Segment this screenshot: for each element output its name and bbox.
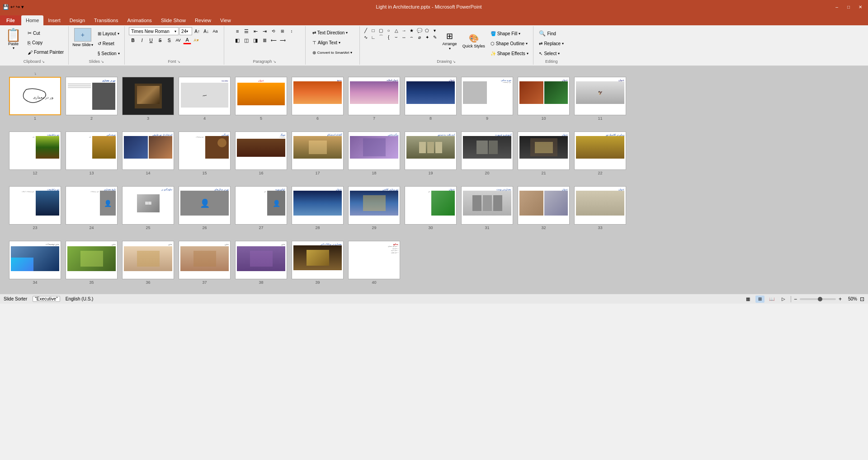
shape-pentagon[interactable]: ⬠ — [424, 27, 430, 33]
slide-thumb-25[interactable]: تداوم گدو بر ⬜⬜ — [122, 186, 174, 225]
slide-thumb-28[interactable]: عنوان — [292, 186, 344, 225]
slide-thumb-24[interactable]: تاریخ معماری 👤 متن توضیحات — [66, 186, 118, 225]
align-center-button[interactable]: ◫ — [242, 36, 250, 44]
find-button[interactable]: 🔍 Find — [537, 29, 557, 38]
slide-thumb-22[interactable]: زیبایی در کلاسیک نور — [574, 131, 626, 170]
slide-thumb-2[interactable]: نور در معماری — [66, 77, 118, 115]
slide-thumb-27[interactable]: لوکوربوزیه 👤 متن — [235, 186, 287, 225]
quick-styles-button[interactable]: 🎨 Quick Styles — [461, 28, 487, 53]
justify-button[interactable]: ≣ — [260, 36, 269, 44]
tab-file[interactable]: File — [0, 15, 21, 25]
slide-thumb-36[interactable]: متن — [122, 241, 174, 279]
text-direction-button[interactable]: ⇄ Text Direction ▾ — [311, 28, 350, 37]
slide-thumb-26[interactable]: نور در سال‌های 👤 — [179, 186, 231, 225]
slide-thumb-29[interactable]: نور پردازی کلاشی — [348, 186, 400, 225]
shape-arrow[interactable]: → — [401, 27, 407, 33]
shape-curve[interactable]: ∿ — [363, 34, 369, 40]
decrease-font-button[interactable]: A↓ — [202, 27, 210, 35]
slide-thumb-13[interactable]: نورشناس متن — [66, 131, 118, 170]
close-button[interactable]: ✕ — [854, 2, 866, 11]
slide-thumb-32[interactable]: عنوان — [518, 186, 570, 225]
highlight-button[interactable]: A▾ — [192, 36, 200, 44]
slide-thumb-37[interactable]: متن — [179, 241, 231, 279]
italic-button[interactable]: I — [138, 36, 146, 44]
shadow-button[interactable]: S — [165, 36, 173, 44]
shape-rounded-rect[interactable]: ▢ — [378, 27, 384, 33]
tab-view[interactable]: View — [216, 15, 236, 25]
zoom-level[interactable]: 50% — [844, 296, 857, 301]
clear-format-button[interactable]: Aa — [211, 27, 219, 35]
decrease-indent-button[interactable]: ⇤ — [251, 27, 259, 35]
smartart-button[interactable]: ⟲ — [269, 27, 278, 35]
new-slide-button[interactable]: + New Slide ▾ — [71, 27, 94, 48]
align-left-button[interactable]: ◧ — [233, 36, 241, 44]
redo-button[interactable]: ↪ — [16, 4, 20, 10]
paragraph-expand-icon[interactable]: ↘ — [273, 60, 276, 64]
fit-button[interactable]: ⊡ — [860, 296, 864, 302]
slides-expand-icon[interactable]: ↘ — [101, 60, 104, 64]
shape-tri[interactable]: △ — [393, 27, 400, 33]
save-button[interactable]: 💾 — [3, 4, 9, 10]
arrange-button[interactable]: ⊞ Arrange ▾ — [441, 28, 459, 53]
tab-transitions[interactable]: Transitions — [90, 15, 123, 25]
shape-callout[interactable]: 💬 — [416, 27, 423, 33]
slide-thumb-15[interactable]: دورنگین متن توضیحات — [179, 131, 231, 170]
shape-freeform[interactable]: ✦ — [424, 34, 430, 40]
slide-thumb-4[interactable]: مقدمه تصویر — [179, 77, 231, 115]
tab-home[interactable]: Home — [21, 15, 43, 25]
slide-thumb-18[interactable]: پرگنده فنی — [348, 131, 400, 170]
slide-thumb-21[interactable]: عنوان — [518, 131, 570, 170]
clipboard-expand-icon[interactable]: ↘ — [42, 60, 45, 64]
shape-curve2[interactable]: ⌢ — [409, 34, 415, 40]
slide-thumb-14[interactable]: استفاده از نور طبیعی — [122, 131, 174, 170]
slide-thumb-19[interactable]: کبه یافت به دستور — [405, 131, 457, 170]
reading-view-button[interactable]: 📖 — [767, 296, 776, 303]
shape-more[interactable]: ▾ — [432, 27, 438, 33]
ltr-button[interactable]: ⟶ — [278, 36, 287, 44]
slide-thumb-23[interactable]: نور دراطبیعت متن توضیحات اسلاید — [9, 186, 61, 225]
columns-button[interactable]: ⊞ — [278, 27, 287, 35]
shape-outline-button[interactable]: ⬡ Shape Outline ▾ — [489, 39, 530, 48]
shape-l[interactable]: ∟ — [370, 34, 377, 40]
section-button[interactable]: § Section ▾ — [96, 49, 122, 58]
tab-insert[interactable]: Insert — [43, 15, 65, 25]
shape-brace[interactable]: ⌣ — [393, 34, 400, 40]
zoom-slider[interactable] — [800, 298, 836, 300]
layout-button[interactable]: ⊞ Layout ▾ — [96, 29, 122, 38]
strikethrough-button[interactable]: S — [156, 36, 164, 44]
convert-smartart-button[interactable]: ⊛ Convert to SmartArt ▾ — [311, 48, 354, 57]
tab-review[interactable]: Review — [190, 15, 216, 25]
tab-name[interactable]: "Executive" — [33, 296, 60, 302]
slide-thumb-20[interactable]: آموزش و ضرورت — [461, 131, 513, 170]
slide-thumb-6[interactable]: منبع — [292, 77, 344, 115]
font-expand-icon[interactable]: ↘ — [177, 60, 180, 64]
minimize-button[interactable]: – — [831, 2, 843, 11]
slide-thumb-9[interactable]: نور و بینایی متن توضیحات — [461, 77, 513, 115]
slide-thumb-38[interactable]: متن — [235, 241, 287, 279]
customize-qat-button[interactable]: ▾ — [21, 4, 24, 10]
slide-thumb-17[interactable]: گلخانه کندشکاو — [292, 131, 344, 170]
select-button[interactable]: ↖ Select ▾ — [537, 49, 561, 58]
shape-line[interactable]: ╱ — [363, 27, 369, 33]
cut-button[interactable]: ✂ Cut — [26, 29, 66, 38]
tab-animations[interactable]: Animations — [123, 15, 156, 25]
shape-fill-button[interactable]: 🪣 Shape Fill ▾ — [489, 29, 530, 38]
font-size-box[interactable]: 24 ▾ — [179, 27, 192, 35]
underline-button[interactable]: U — [147, 36, 155, 44]
slide-thumb-16[interactable]: دورنگ توضیحات — [235, 131, 287, 170]
line-spacing-button[interactable]: ↕ — [288, 27, 296, 35]
slide-thumb-1[interactable]: نور در معماری — [9, 77, 61, 115]
shape-scribble[interactable]: ✎ — [432, 34, 438, 40]
copy-button[interactable]: ⎘ Copy — [26, 38, 66, 47]
increase-indent-button[interactable]: ⇥ — [260, 27, 269, 35]
shape-rect[interactable]: □ — [370, 27, 377, 33]
rtl-button[interactable]: ⟵ — [269, 36, 278, 44]
zoom-minus-button[interactable]: − — [794, 296, 797, 302]
shape-bracket[interactable]: { — [386, 34, 392, 40]
replace-button[interactable]: ⇄ Replace ▾ — [537, 39, 566, 48]
slide-thumb-40[interactable]: منابع • منبع اول معماری • منبع دوم • منب… — [348, 241, 400, 279]
numbering-button[interactable]: ☰ — [242, 27, 250, 35]
bold-button[interactable]: B — [129, 36, 137, 44]
slide-thumb-11[interactable]: عنوان 🦅 — [574, 77, 626, 115]
zoom-plus-button[interactable]: + — [839, 296, 842, 302]
